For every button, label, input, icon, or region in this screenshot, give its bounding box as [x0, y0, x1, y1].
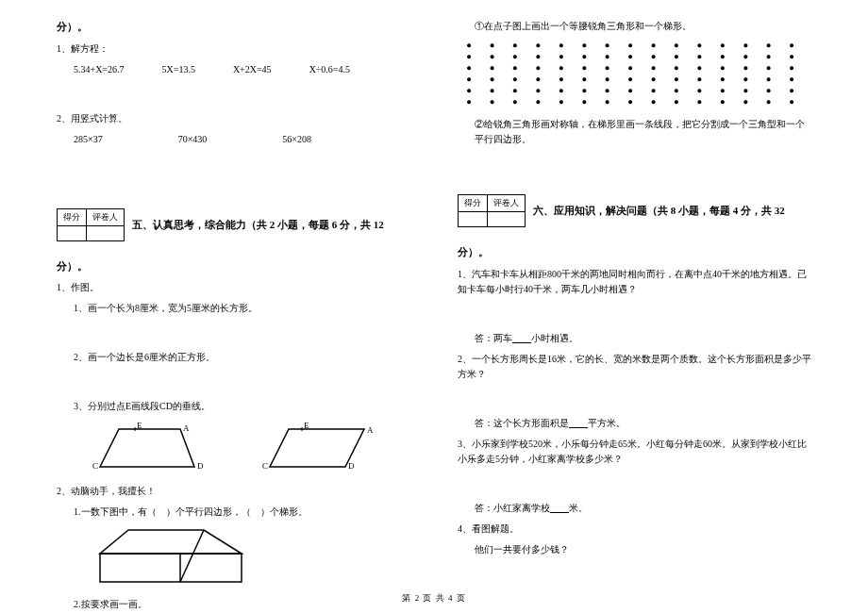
right-column: ①在点子图上画出一个等腰锐角三角形和一个梯形。 ● ● ● ● ● ● ● ● … [434, 0, 868, 585]
blank: ____ [569, 418, 588, 428]
grader-label: 评卷人 [488, 195, 526, 212]
trapezoid-figures: C D E A C D E A [57, 422, 410, 476]
s5q2: 2、动脑动手，我擅长！ [57, 484, 410, 499]
text: 答：两车 [475, 333, 512, 343]
q1-equations: 5.34+X=26.7 5X=13.5 X+2X=45 X÷0.6=4.5 [57, 62, 410, 77]
text: 1.一数下图中，有（ [74, 506, 157, 517]
label-e: E [304, 422, 309, 430]
parallelogram-figure: C D E A [260, 422, 374, 476]
compound-figure [57, 525, 410, 591]
label-c: C [92, 461, 98, 471]
text: 平方米。 [588, 418, 626, 428]
score-box: 得分评卷人 [458, 194, 526, 227]
label-a: A [367, 425, 374, 435]
text: ）个梯形。 [260, 506, 308, 517]
q1-label: 1、解方程： [57, 41, 410, 57]
label-e: E [137, 422, 142, 430]
cut-instruction: ②给锐角三角形画对称轴，在梯形里画一条线段，把它分割成一个三角型和一个平行四边形… [458, 117, 811, 147]
eq: 56×208 [282, 132, 311, 147]
s5q1b: 2、画一个边长是6厘米的正方形。 [57, 350, 410, 365]
section6-tail: 分）。 [458, 244, 811, 261]
grader-label: 评卷人 [87, 208, 125, 225]
eq: 5.34+X=26.7 [74, 62, 125, 77]
s5q2a: 1.一数下图中，有（ ）个平行四边形，（ ）个梯形。 [57, 505, 410, 520]
problem3: 3、小乐家到学校520米，小乐每分钟走65米。小红每分钟走60米。从家到学校小红… [458, 437, 811, 467]
left-column: 分）。 1、解方程： 5.34+X=26.7 5X=13.5 X+2X=45 X… [0, 0, 434, 585]
dot-grid: ● ● ● ● ● ● ● ● ● ● ● ● ● ● ● ● ● ● ● ● … [458, 40, 811, 108]
label-c: C [262, 461, 268, 471]
label-d: D [197, 461, 204, 471]
svg-rect-4 [100, 554, 242, 582]
section5-title: 五、认真思考，综合能力（共 2 小题，每题 6 分，共 12 [132, 218, 384, 232]
s5q1c: 3、分别过点E画线段CD的垂线。 [57, 399, 410, 414]
score-cell [58, 225, 87, 240]
problem4b: 他们一共要付多少钱？ [458, 542, 811, 557]
svg-marker-5 [100, 530, 242, 554]
s5q2b: 2.按要求画一画。 [57, 597, 410, 612]
eq: X+2X=45 [233, 62, 272, 77]
section5-tail: 分）。 [57, 258, 410, 275]
section6-title: 六、应用知识，解决问题（共 8 小题，每题 4 分，共 32 [533, 204, 785, 218]
eq: 70×430 [178, 132, 208, 147]
q2-label: 2、用竖式计算。 [57, 111, 410, 126]
text: 答：小红家离学校 [475, 503, 550, 513]
problem4a: 4、看图解题。 [458, 522, 811, 537]
section6-header: 得分评卷人 六、应用知识，解决问题（共 8 小题，每题 4 分，共 32 [458, 194, 811, 227]
text: 小时相遇。 [531, 333, 578, 343]
q2-equations: 285×37 70×430 56×208 [57, 132, 410, 147]
problem3-answer: 答：小红家离学校____米。 [458, 501, 811, 516]
score-label: 得分 [58, 208, 87, 225]
s5q1: 1、作图。 [57, 280, 410, 295]
label-a: A [183, 423, 190, 433]
text: 答：这个长方形面积是 [475, 418, 569, 428]
score-label: 得分 [459, 195, 488, 212]
problem2: 2、一个长方形周长是16米，它的长、宽的米数是两个质数。这个长方形面积是多少平方… [458, 352, 811, 382]
dot-instruction: ①在点子图上画出一个等腰锐角三角形和一个梯形。 [458, 19, 811, 34]
blank: ____ [512, 333, 531, 343]
eq: 285×37 [74, 132, 103, 147]
grader-cell [87, 225, 125, 240]
problem2-answer: 答：这个长方形面积是____平方米。 [458, 416, 811, 431]
score-box: 得分评卷人 [57, 208, 125, 241]
svg-marker-0 [100, 429, 194, 467]
section5-header: 得分评卷人 五、认真思考，综合能力（共 2 小题，每题 6 分，共 12 [57, 208, 410, 241]
grader-cell [488, 212, 526, 227]
label-d: D [348, 461, 355, 471]
text: 米。 [569, 503, 588, 513]
section4-tail: 分）。 [57, 19, 410, 36]
s5q1a: 1、画一个长为8厘米，宽为5厘米的长方形。 [57, 301, 410, 316]
problem1: 1、汽车和卡车从相距800千米的两地同时相向而行，在离中点40千米的地方相遇。已… [458, 267, 811, 297]
problem1-answer: 答：两车____小时相遇。 [458, 331, 811, 346]
trapezoid-figure: C D E A [91, 422, 204, 476]
text: ）个平行四边形，（ [166, 506, 251, 517]
svg-line-7 [180, 530, 204, 582]
score-cell [459, 212, 488, 227]
eq: X÷0.6=4.5 [309, 62, 350, 77]
eq: 5X=13.5 [162, 62, 195, 77]
blank: ____ [550, 503, 569, 513]
page-container: 分）。 1、解方程： 5.34+X=26.7 5X=13.5 X+2X=45 X… [0, 0, 868, 585]
